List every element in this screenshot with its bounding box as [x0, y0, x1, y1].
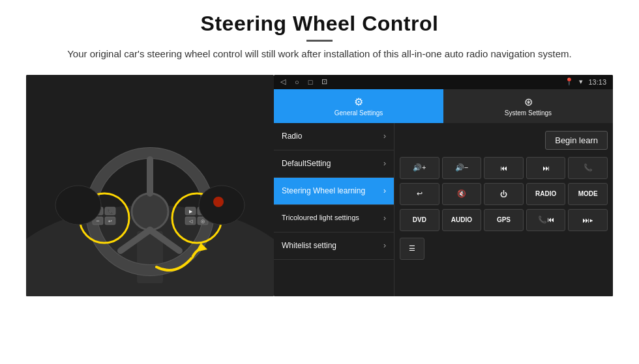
hangup-btn[interactable]: ↩ — [400, 183, 439, 205]
svg-point-28 — [55, 186, 101, 225]
vol-down-icon: 🔊− — [455, 163, 468, 172]
phone-icon: 📞 — [584, 163, 593, 172]
skip-btn[interactable]: ⏭▶ — [568, 209, 608, 231]
control-grid-row2: ↩ 🔇 ⏻ RADIO MODE — [400, 183, 608, 205]
svg-point-30 — [213, 197, 224, 207]
begin-learn-row: Begin learn — [400, 128, 608, 153]
settings-gear-icon: ⚙ — [354, 96, 363, 108]
phone-prev-icon: 📞⏮ — [538, 216, 554, 224]
menu-item-radio-label: Radio — [282, 132, 302, 141]
radio-btn[interactable]: RADIO — [526, 183, 566, 205]
phone-btn[interactable]: 📞 — [568, 157, 608, 179]
bottom-row: ☰ — [400, 235, 608, 262]
tab-general-settings[interactable]: ⚙ General Settings — [274, 89, 443, 123]
power-icon: ⏻ — [500, 190, 507, 198]
chevron-right-icon: › — [383, 214, 386, 223]
main-content: Radio › DefaultSetting › Steering Wheel … — [274, 123, 613, 296]
recents-icon: □ — [308, 78, 313, 86]
status-bar-left: ◁ ○ □ ⊡ — [280, 77, 327, 86]
chevron-right-icon: › — [383, 159, 386, 168]
menu-item-radio[interactable]: Radio › — [274, 123, 394, 150]
chevron-right-icon: › — [383, 186, 386, 195]
menu-item-whitelist-label: Whitelist setting — [282, 241, 336, 250]
audio-label: AUDIO — [451, 216, 472, 223]
menu-item-defaultsetting[interactable]: DefaultSetting › — [274, 150, 394, 178]
status-bar: ◁ ○ □ ⊡ 📍 ▾ 13:13 — [274, 75, 613, 89]
prev-track-btn[interactable]: ⏮ — [484, 157, 524, 179]
clock: 13:13 — [588, 78, 606, 86]
mode-btn[interactable]: MODE — [568, 183, 608, 205]
phone-prev-btn[interactable]: 📞⏮ — [526, 209, 566, 231]
car-image: + − 📞 ↩ ▶ ◁ ◇ ◎ — [26, 75, 274, 296]
list-icon: ☰ — [409, 244, 415, 253]
status-bar-right: 📍 ▾ 13:13 — [565, 77, 606, 86]
menu-item-steering-wheel[interactable]: Steering Wheel learning › — [274, 178, 394, 205]
menu-item-tricoloured-label: Tricoloured light settings — [282, 214, 359, 222]
mute-btn[interactable]: 🔇 — [442, 183, 482, 205]
chevron-right-icon: › — [383, 132, 386, 141]
right-panel: Begin learn 🔊+ 🔊− ⏮ — [394, 123, 613, 296]
hangup-icon: ↩ — [417, 189, 423, 198]
chevron-right-icon: › — [383, 241, 386, 250]
next-track-btn[interactable]: ⏭ — [526, 157, 566, 179]
page-title: Steering Wheel Control — [67, 12, 572, 36]
top-tabs: ⚙ General Settings ⊛ System Settings — [274, 89, 613, 123]
menu-item-steering-label: Steering Wheel learning — [282, 186, 365, 195]
menu-item-tricoloured[interactable]: Tricoloured light settings › — [274, 205, 394, 232]
gps-label: GPS — [497, 216, 511, 223]
mode-label: MODE — [578, 190, 598, 197]
audio-btn[interactable]: AUDIO — [442, 209, 482, 231]
wifi-icon: ▾ — [579, 77, 583, 86]
power-btn[interactable]: ⏻ — [484, 183, 524, 205]
dvd-label: DVD — [413, 216, 426, 223]
dvd-btn[interactable]: DVD — [400, 209, 439, 231]
next-icon: ⏭ — [542, 164, 550, 172]
home-icon: ○ — [295, 78, 299, 86]
gps-btn[interactable]: GPS — [484, 209, 524, 231]
control-grid-row3: DVD AUDIO GPS 📞⏮ ⏭▶ — [400, 209, 608, 231]
svg-text:📞: 📞 — [108, 208, 113, 214]
left-menu: Radio › DefaultSetting › Steering Wheel … — [274, 123, 394, 296]
radio-label: RADIO — [535, 190, 556, 197]
tab-system-label: System Settings — [505, 109, 552, 117]
tab-general-label: General Settings — [334, 109, 383, 117]
menu-item-default-label: DefaultSetting — [282, 159, 331, 168]
svg-text:↩: ↩ — [108, 219, 112, 223]
android-ui: ◁ ○ □ ⊡ 📍 ▾ 13:13 ⚙ General Settings — [274, 75, 613, 296]
control-grid-row1: 🔊+ 🔊− ⏮ ⏭ 📞 — [400, 157, 608, 179]
svg-text:◎: ◎ — [201, 219, 205, 223]
back-icon: ◁ — [280, 77, 286, 86]
skip-icon: ⏭▶ — [582, 216, 593, 224]
vol-up-icon: 🔊+ — [413, 163, 426, 172]
menu-icon: ⊡ — [321, 77, 327, 86]
location-icon: 📍 — [565, 77, 574, 86]
vol-up-btn[interactable]: 🔊+ — [400, 157, 439, 179]
list-icon-btn[interactable]: ☰ — [400, 238, 424, 260]
svg-text:−: − — [96, 217, 99, 224]
page-subtitle: Your original car's steering wheel contr… — [67, 47, 572, 62]
tab-system-settings[interactable]: ⊛ System Settings — [443, 89, 613, 123]
system-icon: ⊛ — [524, 96, 533, 108]
prev-icon: ⏮ — [500, 164, 507, 172]
mute-icon: 🔇 — [457, 189, 466, 198]
title-divider — [306, 40, 333, 42]
begin-learn-button[interactable]: Begin learn — [545, 131, 608, 150]
menu-item-whitelist[interactable]: Whitelist setting › — [274, 232, 394, 260]
svg-point-5 — [132, 193, 168, 230]
vol-down-btn[interactable]: 🔊− — [442, 157, 482, 179]
